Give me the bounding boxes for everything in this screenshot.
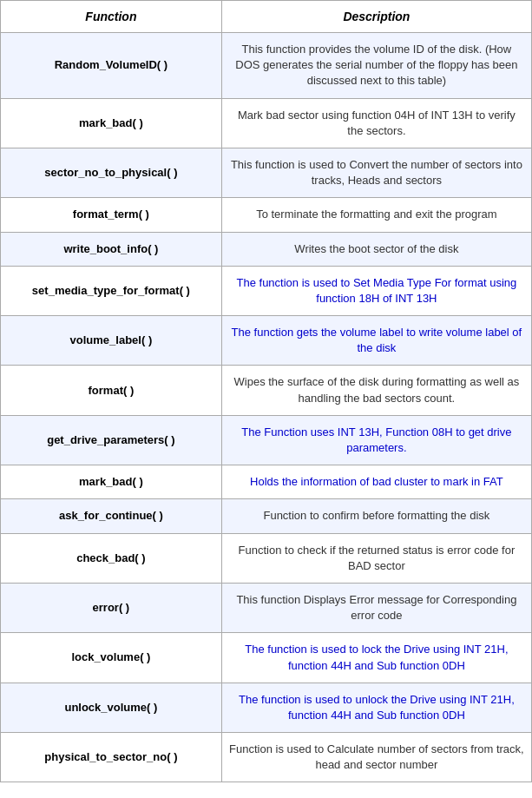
description-cell: The function is used to lock the Drive u… bbox=[221, 633, 531, 683]
table-row: mark_bad( )Holds the information of bad … bbox=[1, 465, 532, 499]
table-row: get_drive_parameters( )The Function uses… bbox=[1, 415, 532, 465]
description-cell: Function to confirm before formatting th… bbox=[221, 499, 531, 533]
description-cell: The Function uses INT 13H, Function 08H … bbox=[221, 415, 531, 465]
description-cell: The function gets the volume label to wr… bbox=[221, 316, 531, 366]
description-cell: This function Displays Error message for… bbox=[221, 583, 531, 632]
table-row: format( )Wipes the surface of the disk d… bbox=[1, 366, 532, 415]
description-cell: Holds the information of bad cluster to … bbox=[221, 465, 531, 499]
table-row: Random_VolumeID( )This function provides… bbox=[1, 33, 532, 99]
function-cell: Random_VolumeID( ) bbox=[1, 33, 222, 99]
description-cell: Writes the boot sector of the disk bbox=[221, 232, 531, 266]
function-cell: error( ) bbox=[1, 583, 222, 632]
header-description: Description bbox=[221, 1, 531, 33]
table-row: format_term( )To terminate the formattin… bbox=[1, 198, 532, 232]
table-row: ask_for_continue( )Function to confirm b… bbox=[1, 499, 532, 533]
description-cell: This function is used to Convert the num… bbox=[221, 148, 531, 197]
table-row: unlock_volume( )The function is used to … bbox=[1, 683, 532, 732]
function-cell: write_boot_info( ) bbox=[1, 232, 222, 266]
function-cell: get_drive_parameters( ) bbox=[1, 415, 222, 465]
table-row: mark_bad( )Mark bad sector using functio… bbox=[1, 98, 532, 148]
function-cell: sector_no_to_physical( ) bbox=[1, 148, 222, 197]
function-cell: lock_volume( ) bbox=[1, 633, 222, 683]
description-cell: To terminate the formatting and exit the… bbox=[221, 198, 531, 232]
table-row: error( )This function Displays Error mes… bbox=[1, 583, 532, 632]
description-cell: Mark bad sector using function 04H of IN… bbox=[221, 98, 531, 148]
functions-table: Function Description Random_VolumeID( )T… bbox=[0, 0, 532, 782]
table-row: set_media_type_for_format( )The function… bbox=[1, 266, 532, 315]
function-cell: format( ) bbox=[1, 366, 222, 415]
description-cell: Function is used to Calculate number of … bbox=[221, 733, 531, 782]
table-row: volume_label( )The function gets the vol… bbox=[1, 316, 532, 366]
function-cell: unlock_volume( ) bbox=[1, 683, 222, 732]
table-row: sector_no_to_physical( )This function is… bbox=[1, 148, 532, 197]
table-row: lock_volume( )The function is used to lo… bbox=[1, 633, 532, 683]
function-cell: mark_bad( ) bbox=[1, 98, 222, 148]
function-cell: set_media_type_for_format( ) bbox=[1, 266, 222, 315]
function-cell: volume_label( ) bbox=[1, 316, 222, 366]
table-row: write_boot_info( )Writes the boot sector… bbox=[1, 232, 532, 266]
function-cell: ask_for_continue( ) bbox=[1, 499, 222, 533]
table-row: check_bad( )Function to check if the ret… bbox=[1, 533, 532, 583]
description-cell: The function is used to Set Media Type F… bbox=[221, 266, 531, 315]
description-cell: Wipes the surface of the disk during for… bbox=[221, 366, 531, 415]
description-cell: Function to check if the returned status… bbox=[221, 533, 531, 583]
header-function: Function bbox=[1, 1, 222, 33]
description-cell: The function is used to unlock the Drive… bbox=[221, 683, 531, 732]
table-row: physical_to_sector_no( )Function is used… bbox=[1, 733, 532, 782]
function-cell: physical_to_sector_no( ) bbox=[1, 733, 222, 782]
function-cell: format_term( ) bbox=[1, 198, 222, 232]
function-cell: mark_bad( ) bbox=[1, 465, 222, 499]
function-cell: check_bad( ) bbox=[1, 533, 222, 583]
description-cell: This function provides the volume ID of … bbox=[221, 33, 531, 99]
